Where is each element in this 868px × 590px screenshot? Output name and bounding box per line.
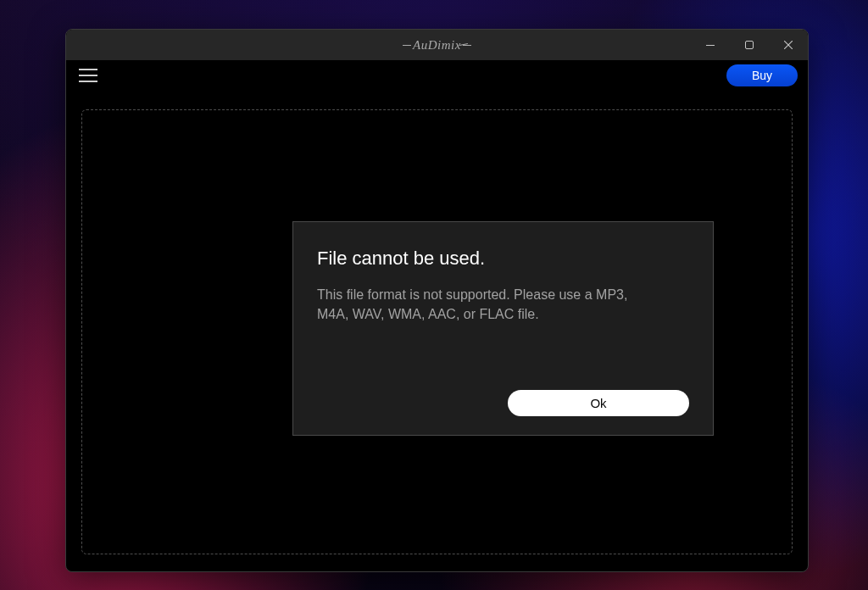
app-title: AuDimix (413, 38, 461, 53)
buy-button[interactable]: Buy (726, 64, 798, 86)
app-window: AuDimix Buy Select a song File cannot be… (65, 29, 809, 572)
window-controls (691, 30, 808, 60)
ok-button[interactable]: Ok (508, 390, 689, 416)
dialog-title: File cannot be used. (317, 248, 689, 270)
hamburger-menu-button[interactable] (76, 64, 100, 87)
titlebar[interactable]: AuDimix (66, 30, 808, 60)
maximize-button[interactable] (730, 30, 769, 60)
minimize-button[interactable] (691, 30, 730, 60)
dialog-actions: Ok (317, 390, 689, 416)
minimize-icon (706, 45, 715, 46)
maximize-icon (745, 41, 754, 49)
dialog-message: This file format is not supported. Pleas… (317, 285, 639, 390)
toolbar: Buy (66, 60, 808, 91)
hamburger-icon (79, 69, 97, 70)
close-icon (784, 41, 793, 49)
error-dialog: File cannot be used. This file format is… (292, 221, 714, 436)
close-button[interactable] (769, 30, 808, 60)
